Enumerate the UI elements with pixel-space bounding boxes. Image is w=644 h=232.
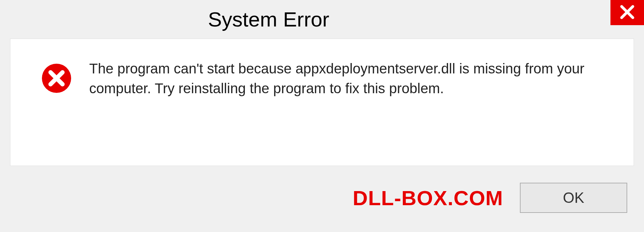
watermark-text: DLL-BOX.COM bbox=[353, 186, 503, 210]
content-panel: The program can't start because appxdepl… bbox=[10, 39, 634, 166]
dialog-title: System Error bbox=[208, 7, 329, 31]
ok-button[interactable]: OK bbox=[520, 183, 627, 213]
error-dialog: System Error The program can't start bec… bbox=[0, 0, 644, 232]
close-button[interactable] bbox=[610, 0, 644, 25]
error-icon bbox=[41, 62, 72, 96]
close-icon bbox=[619, 4, 636, 22]
error-message: The program can't start because appxdepl… bbox=[89, 59, 617, 99]
dialog-footer: DLL-BOX.COM OK bbox=[10, 176, 634, 220]
title-bar: System Error bbox=[0, 0, 644, 39]
